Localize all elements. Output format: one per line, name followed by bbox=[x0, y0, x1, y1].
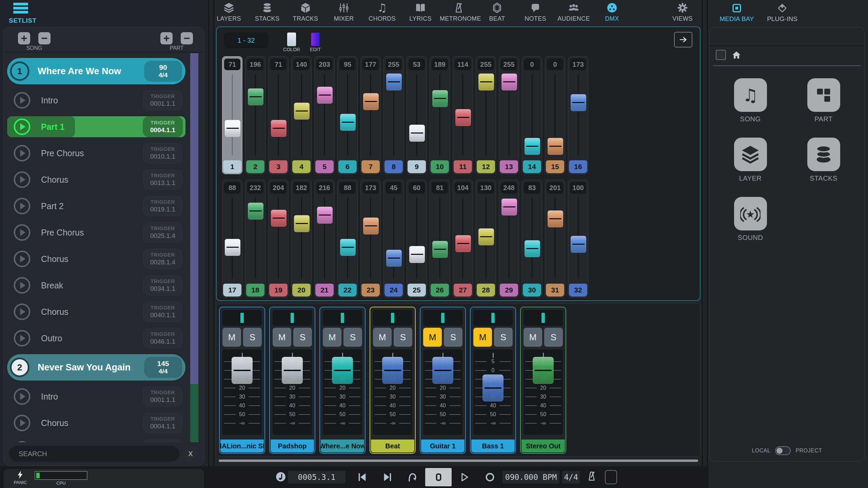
channel-fader[interactable]: 501020304050-∞ bbox=[222, 349, 262, 435]
solo-button[interactable]: S bbox=[343, 328, 362, 347]
dmx-fader-track[interactable] bbox=[499, 72, 519, 158]
dmx-fader-track[interactable] bbox=[407, 72, 427, 158]
dmx-fader-knob[interactable] bbox=[340, 239, 356, 256]
dmx-channel-7[interactable]: 1777 bbox=[360, 56, 381, 174]
dmx-fader-track[interactable] bbox=[245, 72, 265, 158]
dmx-channel-19[interactable]: 20419 bbox=[268, 180, 289, 298]
mixer-strip-beat[interactable]: MS501020304050-∞Beat bbox=[370, 307, 416, 454]
local-project-toggle[interactable] bbox=[775, 446, 791, 455]
dmx-fader-track[interactable] bbox=[545, 72, 565, 158]
part-play-icon[interactable] bbox=[13, 92, 31, 109]
solo-button[interactable]: S bbox=[444, 328, 462, 347]
dmx-channel-4[interactable]: 1404 bbox=[291, 56, 312, 174]
dmx-fader-knob[interactable] bbox=[432, 90, 448, 107]
metronome-icon[interactable] bbox=[586, 471, 597, 482]
channel-fader[interactable]: 501020304050-∞ bbox=[373, 349, 412, 435]
part-play-icon[interactable] bbox=[13, 414, 31, 432]
setlist-part-row[interactable]: IntroTRIGGER0001.1.1 bbox=[7, 386, 185, 407]
channel-fader[interactable]: 501020304050-∞ bbox=[323, 349, 362, 435]
bpm-display[interactable]: 090.000 BPM bbox=[502, 471, 559, 484]
dmx-fader-track[interactable] bbox=[476, 72, 496, 158]
dmx-channel-17[interactable]: 8817 bbox=[222, 180, 242, 298]
dmx-fader-track[interactable] bbox=[430, 196, 450, 281]
part-trigger-badge[interactable]: TRIGGER0010.1.1 bbox=[143, 439, 183, 442]
dmx-fader-knob[interactable] bbox=[548, 138, 563, 155]
dmx-fader-track[interactable] bbox=[315, 72, 334, 158]
dmx-fader-knob[interactable] bbox=[432, 241, 448, 258]
dmx-fader-track[interactable] bbox=[338, 196, 357, 281]
channel-fader[interactable]: 501020304050-∞ bbox=[473, 349, 513, 435]
channel-fader[interactable]: 501020304050-∞ bbox=[524, 349, 563, 435]
setlist-part-row[interactable]: Part 1TRIGGER0004.1.1 bbox=[7, 116, 185, 137]
setlist-part-row[interactable]: OutroTRIGGER0046.1.1 bbox=[7, 328, 185, 349]
toolbar-item-audience[interactable]: AUDIENCE bbox=[555, 2, 593, 22]
time-display[interactable]: 0005.3.1 bbox=[288, 471, 346, 484]
skip-forward-icon[interactable] bbox=[382, 472, 393, 483]
dmx-fader-track[interactable] bbox=[568, 72, 588, 158]
solo-button[interactable]: S bbox=[243, 328, 262, 347]
part-play-icon[interactable] bbox=[13, 329, 31, 347]
dmx-channel-20[interactable]: 18220 bbox=[291, 180, 312, 298]
dmx-fader-track[interactable] bbox=[361, 72, 380, 158]
mixer-fader-knob[interactable] bbox=[332, 357, 353, 384]
mixer-fader-knob[interactable] bbox=[432, 357, 453, 384]
mute-button[interactable]: M bbox=[423, 328, 442, 347]
dmx-fader-track[interactable] bbox=[245, 196, 265, 281]
stop-button[interactable] bbox=[425, 468, 452, 486]
add-part-button[interactable] bbox=[160, 32, 173, 44]
dmx-channel-10[interactable]: 18910 bbox=[430, 56, 450, 174]
part-trigger-badge[interactable]: TRIGGER0010.1.1 bbox=[143, 143, 183, 164]
tab-media-bay[interactable]: MEDIA BAY bbox=[715, 3, 759, 23]
part-trigger-badge[interactable]: TRIGGER0004.1.1 bbox=[143, 116, 183, 137]
setlist-tab[interactable]: SETLIST bbox=[9, 3, 33, 24]
dmx-fader-track[interactable] bbox=[453, 72, 473, 158]
part-trigger-badge[interactable]: TRIGGER0019.1.1 bbox=[143, 196, 183, 217]
dmx-fader-track[interactable] bbox=[338, 72, 357, 158]
toolbar-item-lyrics[interactable]: LYRICS bbox=[401, 2, 439, 22]
dmx-channel-9[interactable]: 539 bbox=[407, 56, 427, 174]
solo-button[interactable]: S bbox=[394, 328, 412, 347]
dmx-fader-knob[interactable] bbox=[386, 74, 402, 90]
dmx-fader-track[interactable] bbox=[499, 196, 519, 281]
dmx-channel-1[interactable]: 711 bbox=[222, 56, 242, 174]
channel-fader[interactable]: 501020304050-∞ bbox=[273, 349, 312, 435]
mixer-fader-knob[interactable] bbox=[533, 357, 554, 384]
dmx-fader-track[interactable] bbox=[315, 196, 334, 281]
dmx-fader-track[interactable] bbox=[384, 72, 403, 158]
mixer-strip-halion-nic-se[interactable]: MS501020304050-∞HALion...nic SE bbox=[219, 307, 265, 454]
dmx-fader-knob[interactable] bbox=[271, 210, 287, 227]
dmx-channel-29[interactable]: 24829 bbox=[499, 180, 519, 298]
dmx-fader-track[interactable] bbox=[292, 196, 311, 281]
solo-button[interactable]: S bbox=[494, 328, 513, 347]
dmx-fader-knob[interactable] bbox=[340, 114, 356, 131]
home-icon[interactable] bbox=[731, 50, 742, 60]
lightning-icon[interactable] bbox=[16, 470, 25, 480]
dmx-channel-31[interactable]: 20131 bbox=[545, 180, 565, 298]
mute-button[interactable]: M bbox=[222, 328, 241, 347]
search-clear-button[interactable]: X bbox=[183, 446, 198, 462]
dmx-channel-11[interactable]: 11411 bbox=[453, 56, 473, 174]
skip-back-icon[interactable] bbox=[357, 472, 368, 483]
dmx-channel-32[interactable]: 10032 bbox=[568, 180, 588, 298]
dmx-fader-track[interactable] bbox=[222, 196, 242, 281]
setlist-part-row[interactable]: IntroTRIGGER0001.1.1 bbox=[7, 90, 185, 111]
dmx-fader-knob[interactable] bbox=[386, 250, 402, 267]
mixer-strip-where-e-now[interactable]: MS501020304050-∞Where...e Now bbox=[319, 307, 366, 454]
mute-button[interactable]: M bbox=[524, 328, 542, 347]
part-trigger-badge[interactable]: TRIGGER0046.1.1 bbox=[143, 328, 183, 349]
setlist-scrollbar[interactable] bbox=[190, 53, 198, 442]
dmx-fader-track[interactable] bbox=[407, 196, 427, 281]
dmx-channel-25[interactable]: 6025 bbox=[407, 180, 427, 298]
part-trigger-badge[interactable]: TRIGGER0025.1.4 bbox=[143, 222, 183, 243]
dmx-channel-5[interactable]: 2035 bbox=[314, 56, 335, 174]
mute-button[interactable]: M bbox=[323, 328, 341, 347]
record-icon[interactable] bbox=[485, 472, 495, 483]
cycle-loop-icon[interactable] bbox=[407, 472, 417, 483]
add-song-button[interactable] bbox=[18, 32, 30, 44]
toolbar-item-views[interactable]: VIEWS bbox=[664, 2, 702, 22]
tempo-clock-icon[interactable] bbox=[275, 471, 286, 482]
dmx-fader-knob[interactable] bbox=[548, 210, 563, 227]
mute-button[interactable]: M bbox=[273, 328, 291, 347]
dmx-fader-knob[interactable] bbox=[525, 138, 540, 155]
dmx-fader-track[interactable] bbox=[476, 196, 496, 281]
